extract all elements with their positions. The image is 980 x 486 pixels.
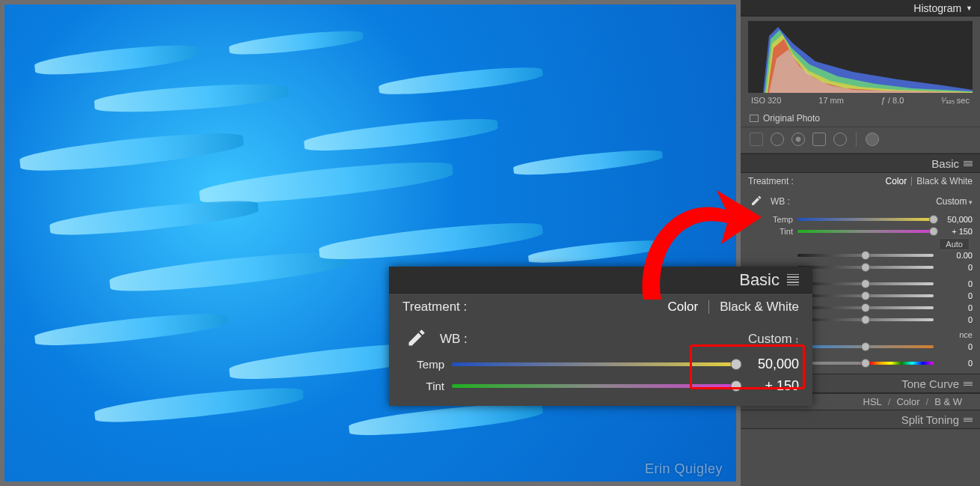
original-photo-toggle[interactable]: Original Photo xyxy=(741,110,980,127)
contrast-value[interactable]: 0 xyxy=(938,263,973,272)
basic-section-header[interactable]: Basic xyxy=(741,154,980,173)
zoom-treatment-label: Treatment : xyxy=(402,300,467,315)
auto-button[interactable]: Auto xyxy=(939,238,970,250)
saturation-slider[interactable] xyxy=(797,362,934,365)
treatment-color-option[interactable]: Color xyxy=(886,176,907,186)
zoom-treatment-bw[interactable]: Black & White xyxy=(720,300,799,315)
whites-value[interactable]: 0 xyxy=(938,303,973,312)
original-photo-label: Original Photo xyxy=(763,113,820,124)
zoom-wb-label: WB : xyxy=(440,332,468,347)
presence-label-partial: nce xyxy=(959,330,973,339)
treatment-label: Treatment : xyxy=(748,176,794,186)
checkbox-icon xyxy=(750,115,759,122)
spot-removal-tool-icon[interactable] xyxy=(771,133,784,146)
zoom-treatment-color[interactable]: Color xyxy=(668,300,699,315)
iso-value: ISO 320 xyxy=(751,96,781,106)
shadows-value[interactable]: 0 xyxy=(938,291,973,300)
basic-title: Basic xyxy=(931,157,959,170)
zoom-wb-select[interactable]: Custom xyxy=(748,332,799,347)
basic-panel-zoom-callout: Basic Treatment : Color Black & White WB… xyxy=(389,267,812,406)
graduated-filter-tool-icon[interactable] xyxy=(812,133,826,146)
panel-switch-icon xyxy=(964,161,973,166)
histogram-header[interactable]: Histogram ▼ xyxy=(741,0,980,16)
bw-tab[interactable]: B & W xyxy=(934,396,962,407)
wb-preset-select[interactable]: Custom xyxy=(936,196,973,207)
zoom-basic-header[interactable]: Basic xyxy=(389,267,812,294)
zoom-temp-slider[interactable] xyxy=(452,362,739,366)
temp-value[interactable]: 50,000 xyxy=(938,215,973,224)
crop-tool-icon[interactable] xyxy=(750,133,763,146)
temp-slider[interactable] xyxy=(797,218,934,221)
highlights-value[interactable]: 0 xyxy=(938,279,973,288)
eyedropper-icon[interactable] xyxy=(748,194,763,209)
contrast-slider[interactable] xyxy=(797,266,934,269)
image-canvas: Erin Quigley xyxy=(0,0,741,486)
blacks-value[interactable]: 0 xyxy=(938,315,973,324)
zoom-tint-label: Tint xyxy=(402,380,444,392)
zoom-tint-row: Tint + 150 xyxy=(389,375,812,397)
vibrance-value[interactable]: 0 xyxy=(938,342,973,351)
wb-label: WB : xyxy=(771,196,790,207)
panel-switch-icon xyxy=(964,382,973,386)
tool-separator xyxy=(856,132,857,147)
panel-switch-icon xyxy=(964,418,973,422)
exposure-slider[interactable] xyxy=(797,254,934,257)
tone-auto-row: Auto xyxy=(741,237,980,249)
histogram-metadata: ISO 320 17 mm ƒ / 8.0 ¹⁄₁₂₅ sec xyxy=(741,94,980,110)
eyedropper-icon[interactable] xyxy=(402,326,428,352)
radial-filter-tool-icon[interactable] xyxy=(833,133,847,146)
split-toning-title: Split Toning xyxy=(901,413,959,426)
zoom-temp-label: Temp xyxy=(402,358,444,371)
tint-label: Tint xyxy=(748,227,793,236)
tone-curve-title: Tone Curve xyxy=(901,377,959,390)
exposure-value[interactable]: 0.00 xyxy=(938,251,973,260)
shutter-value: ¹⁄₁₂₅ sec xyxy=(941,96,970,106)
hsl-tab[interactable]: HSL xyxy=(863,396,882,407)
blacks-slider[interactable] xyxy=(797,318,934,321)
right-panel: Histogram ▼ ISO 320 17 mm ƒ / 8.0 ¹⁄₁₂₅ … xyxy=(741,0,980,486)
color-tab[interactable]: Color xyxy=(896,396,919,407)
watermark-text: Erin Quigley xyxy=(645,461,723,477)
treatment-bw-option[interactable]: Black & White xyxy=(916,176,973,186)
saturation-value[interactable]: 0 xyxy=(938,359,973,368)
temp-slider-row: Temp 50,000 xyxy=(741,213,980,225)
zoom-tint-value[interactable]: + 150 xyxy=(747,378,799,394)
wb-row: WB : Custom xyxy=(741,189,980,213)
shadows-slider[interactable] xyxy=(797,294,934,297)
histogram-title: Histogram xyxy=(913,2,961,14)
temp-label: Temp xyxy=(748,215,793,224)
option-divider xyxy=(911,177,912,186)
photo-preview[interactable]: Erin Quigley xyxy=(4,4,736,482)
zoom-basic-title: Basic xyxy=(739,270,780,290)
exposure-slider-row: 0.00 xyxy=(741,249,980,261)
histogram-display[interactable] xyxy=(748,21,973,93)
zoom-tint-slider[interactable] xyxy=(452,384,739,388)
aperture-value: ƒ / 8.0 xyxy=(881,96,904,106)
disclosure-triangle-icon: ▼ xyxy=(966,4,973,12)
tool-strip xyxy=(741,127,980,154)
tint-value[interactable]: + 150 xyxy=(938,227,973,236)
zoom-temp-value[interactable]: 50,000 xyxy=(747,356,799,372)
zoom-wb-row: WB : Custom xyxy=(389,321,812,353)
zoom-temp-row: Temp 50,000 xyxy=(389,353,812,375)
whites-slider[interactable] xyxy=(797,306,934,309)
adjustment-brush-tool-icon[interactable] xyxy=(866,133,879,146)
highlights-slider[interactable] xyxy=(797,282,934,285)
split-toning-header[interactable]: Split Toning xyxy=(741,410,980,429)
tint-slider[interactable] xyxy=(797,230,934,233)
vibrance-slider[interactable] xyxy=(797,345,934,348)
zoom-treatment-row: Treatment : Color Black & White xyxy=(389,294,812,321)
tint-slider-row: Tint + 150 xyxy=(741,225,980,237)
redeye-tool-icon[interactable] xyxy=(791,133,805,146)
panel-switch-icon xyxy=(787,274,799,286)
focal-length-value: 17 mm xyxy=(818,96,844,106)
treatment-row: Treatment : Color Black & White xyxy=(741,173,980,189)
